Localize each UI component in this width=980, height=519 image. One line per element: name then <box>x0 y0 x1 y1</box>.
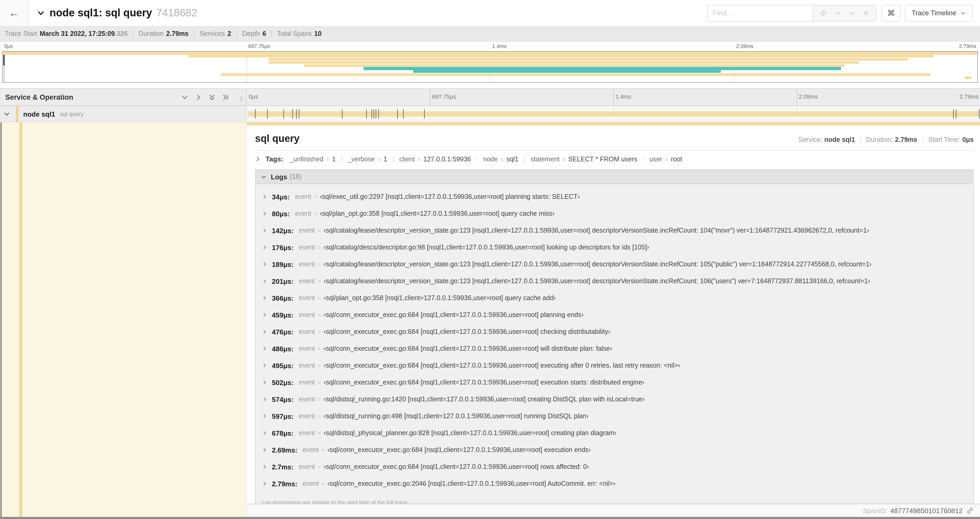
log-entry[interactable]: 176μs: event = ‹sql/catalog/descs/descri… <box>256 244 973 260</box>
log-chevron-right-icon[interactable] <box>262 380 267 385</box>
locate-icon[interactable] <box>820 10 827 16</box>
divider <box>524 155 525 163</box>
back-arrow-icon: ← <box>9 7 19 19</box>
find-prev-chevron-up-icon[interactable] <box>835 10 841 16</box>
span-meta: Service: node sql1 Duration: 2.79ms Star… <box>799 136 974 144</box>
minimap-span-bar <box>269 61 859 64</box>
log-marker-tick <box>296 109 296 119</box>
log-entry[interactable]: 502μs: event = ‹sql/conn_executor_exec.g… <box>256 379 973 396</box>
minimap-canvas[interactable] <box>2 51 978 83</box>
log-marker-tick <box>979 109 979 119</box>
log-entry[interactable]: 574μs: event = ‹sql/distsql_running.go:1… <box>256 396 973 412</box>
log-entry[interactable]: 486μs: event = ‹sql/conn_executor_exec.g… <box>256 345 973 362</box>
log-chevron-right-icon[interactable] <box>262 346 267 351</box>
log-chevron-right-icon[interactable] <box>262 329 267 334</box>
minimap-span-bar <box>3 52 977 55</box>
expand-all-double-chevron-right-icon[interactable] <box>222 94 229 101</box>
bottom-scroll-track[interactable] <box>0 517 980 519</box>
log-chevron-right-icon[interactable] <box>262 228 267 233</box>
log-chevron-right-icon[interactable] <box>262 262 267 267</box>
log-entry[interactable]: 2.69ms: event = ‹sql/conn_executor_exec.… <box>256 446 973 463</box>
log-chevron-right-icon[interactable] <box>262 211 267 216</box>
log-entry[interactable]: 2.7ms: event = ‹sql/conn_executor_exec.g… <box>256 463 973 480</box>
span-row[interactable]: node sql1 sql query <box>0 106 980 122</box>
log-chevron-right-icon[interactable] <box>262 397 267 402</box>
divider <box>133 30 133 37</box>
log-entry[interactable]: 459μs: event = ‹sql/conn_executor_exec.g… <box>256 311 973 328</box>
collapse-all-double-chevron-down-icon[interactable] <box>208 94 215 101</box>
expand-one-chevron-right-icon[interactable] <box>195 94 202 101</box>
ruler-tick-label: 0μs <box>249 93 258 100</box>
deep-link-icon[interactable] <box>966 507 974 514</box>
minimap-axis: 0μs697.75μs1.4ms2.09ms2.79ms <box>2 43 978 51</box>
ruler-tick-label: 2.09ms <box>799 93 818 100</box>
span-name-cell[interactable]: node sql1 sql query <box>0 106 246 122</box>
find-controls <box>813 5 876 21</box>
collapse-trace-chevron-icon[interactable] <box>37 9 45 17</box>
span-detail-panel: sql query Service: node sql1 Duration: 2… <box>246 122 980 517</box>
ruler-tick-label: 2.79ms <box>959 93 978 100</box>
log-chevron-right-icon[interactable] <box>262 312 267 318</box>
find-input[interactable] <box>707 5 813 21</box>
log-entry[interactable]: 495μs: event = ‹sql/conn_executor_exec.g… <box>256 362 973 379</box>
view-selector-button[interactable]: Trace Timeline <box>905 5 973 21</box>
log-entry[interactable]: 201μs: event = ‹sql/catalog/lease/descri… <box>256 278 973 294</box>
log-entry[interactable]: 597μs: event = ‹sql/distsql_running.go:4… <box>256 412 973 430</box>
tags-row[interactable]: Tags: _unfinished = 1 _verbose = 1 clien… <box>255 151 974 167</box>
log-chevron-right-icon[interactable] <box>262 278 267 284</box>
logs-header[interactable]: Logs (18) <box>256 170 973 184</box>
find-next-chevron-down-icon[interactable] <box>849 10 855 16</box>
log-chevron-right-icon[interactable] <box>262 194 267 200</box>
log-entry[interactable]: 678μs: event = ‹sql/distsql_physical_pla… <box>256 430 973 446</box>
log-entry[interactable]: 80μs: event = ‹sql/plan_opt.go:358 [nsql… <box>256 210 973 227</box>
log-entry[interactable]: 366μs: event = ‹sql/plan_opt.go:358 [nsq… <box>256 294 973 311</box>
back-button[interactable]: ← <box>0 0 29 26</box>
minimap-span-bar <box>189 55 934 58</box>
column-resizer-grip[interactable] <box>240 96 242 102</box>
log-entry[interactable]: 142μs: event = ‹sql/catalog/lease/descri… <box>256 227 973 244</box>
log-entry[interactable]: 189μs: event = ‹sql/catalog/lease/descri… <box>256 260 973 278</box>
log-marker-tick <box>397 109 398 119</box>
trace-stat: Depth 6 <box>231 30 266 37</box>
service-operation-title: Service & Operation <box>5 93 73 101</box>
log-marker-tick <box>299 109 299 119</box>
log-marker-tick <box>425 109 425 119</box>
log-marker-tick <box>292 109 293 119</box>
log-marker-tick <box>956 109 956 119</box>
spanid-value: 4877749850101760812 <box>890 506 963 514</box>
ruler-tick-label: 1.4ms <box>616 93 631 100</box>
log-chevron-right-icon[interactable] <box>262 464 267 469</box>
log-chevron-right-icon[interactable] <box>262 363 267 368</box>
divider <box>341 155 342 163</box>
log-entry[interactable]: 476μs: event = ‹sql/conn_executor_exec.g… <box>256 328 973 345</box>
page-title: node sql1: sql query7418682 <box>49 7 197 19</box>
chevron-down-icon <box>961 10 966 16</box>
span-meta-item: Duration: 2.79ms <box>855 136 917 144</box>
log-chevron-right-icon[interactable] <box>262 447 267 452</box>
minimap-span-bar <box>965 76 972 79</box>
ruler-tick-label: 1.4ms <box>492 43 506 49</box>
divider <box>861 137 861 143</box>
log-entry[interactable]: 34μs: event = ‹sql/exec_util.go:2297 [ns… <box>256 193 973 210</box>
collapse-span-chevron-down-icon[interactable] <box>4 111 10 117</box>
log-chevron-right-icon[interactable] <box>262 481 267 486</box>
ruler-tick-label: 697.75μs <box>432 93 456 100</box>
logs-count: (18) <box>290 173 301 180</box>
log-chevron-right-icon[interactable] <box>262 295 267 301</box>
log-chevron-right-icon[interactable] <box>262 245 267 250</box>
log-chevron-right-icon[interactable] <box>262 430 267 436</box>
spanid-label: SpanID: <box>863 506 888 514</box>
top-bar: ← node sql1: sql query7418682 ⌘ Trace Ti… <box>0 0 980 26</box>
log-marker-tick <box>255 109 255 119</box>
collapse-one-chevron-down-icon[interactable] <box>181 94 188 101</box>
clear-find-x-icon[interactable] <box>863 10 869 16</box>
log-entry[interactable]: 2.79ms: event = ‹sql/conn_executor_exec.… <box>256 480 973 497</box>
span-bar-cell[interactable] <box>246 106 980 122</box>
timeline-ruler: 0μs697.75μs1.4ms2.09ms2.79ms <box>246 89 980 105</box>
span-duration-bar[interactable] <box>248 111 980 117</box>
tags-chevron-right-icon[interactable] <box>255 156 261 162</box>
trace-id: 7418682 <box>156 7 197 18</box>
minimap-span-bar <box>363 67 841 70</box>
log-chevron-right-icon[interactable] <box>262 414 267 419</box>
keyboard-shortcuts-button[interactable]: ⌘ <box>881 5 900 21</box>
